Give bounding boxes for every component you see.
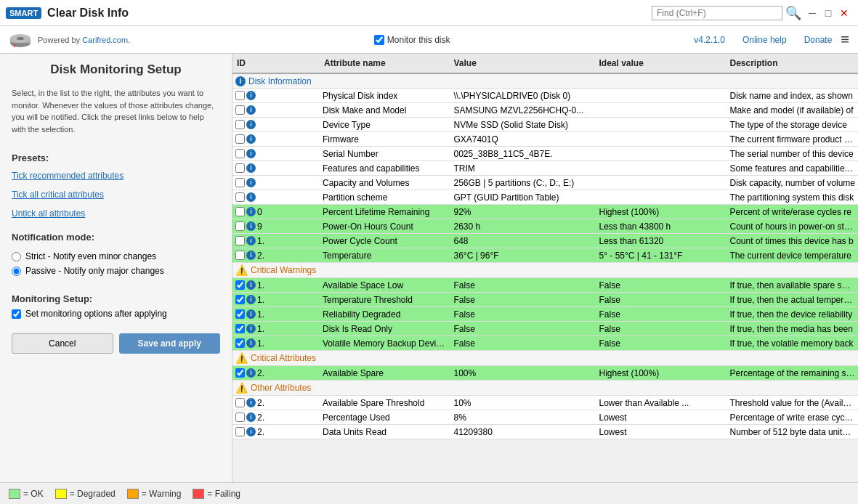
row-info-icon[interactable]: i bbox=[246, 163, 256, 173]
row-info-icon[interactable]: i bbox=[246, 427, 256, 436]
table-row: i9Power-On Hours Count2630 hLess than 43… bbox=[232, 219, 858, 234]
carifred-link[interactable]: Carifred.com bbox=[82, 36, 128, 44]
row-checkbox[interactable] bbox=[235, 236, 245, 245]
row-info-icon[interactable]: i bbox=[246, 221, 256, 231]
info-icon: i bbox=[235, 76, 246, 86]
row-name-cell: Percent Lifetime Remaining bbox=[320, 206, 451, 219]
row-checkbox[interactable] bbox=[235, 412, 245, 422]
row-id-cell: i bbox=[232, 89, 320, 102]
online-help-link[interactable]: Online help bbox=[742, 35, 787, 45]
row-info-icon[interactable]: i bbox=[246, 236, 256, 245]
row-checkbox[interactable] bbox=[235, 398, 245, 407]
row-id-text: 1. bbox=[257, 236, 264, 246]
row-info-icon[interactable]: i bbox=[246, 324, 256, 333]
row-id-cell: i1. bbox=[232, 337, 320, 350]
row-checkbox[interactable] bbox=[235, 149, 245, 158]
close-button[interactable]: ✕ bbox=[836, 5, 852, 21]
row-info-icon[interactable]: i bbox=[246, 280, 256, 290]
row-checkbox[interactable] bbox=[235, 368, 245, 378]
table-body[interactable]: i Disk InformationiPhysical Disk index\\… bbox=[232, 74, 858, 482]
row-checkbox[interactable] bbox=[235, 207, 245, 216]
row-checkbox[interactable] bbox=[235, 309, 245, 319]
table-row: i1.Available Space LowFalseFalseIf true,… bbox=[232, 278, 858, 293]
table-header: ID Attribute name Value Ideal value Desc… bbox=[232, 54, 858, 74]
row-value-cell: False bbox=[451, 322, 596, 336]
row-info-icon[interactable]: i bbox=[246, 251, 256, 260]
row-desc-cell: Percent of write/erase cycles re bbox=[727, 206, 859, 219]
row-checkbox[interactable] bbox=[235, 134, 245, 144]
cancel-button[interactable]: Cancel bbox=[12, 333, 113, 354]
row-checkbox[interactable] bbox=[235, 427, 245, 436]
table-row: i1.Temperature ThresholdFalseFalseIf tru… bbox=[232, 293, 858, 307]
row-id-cell: i bbox=[232, 133, 320, 145]
row-value-cell: False bbox=[451, 279, 596, 292]
section-header-row: i Disk Information bbox=[232, 74, 858, 89]
row-id-cell: i bbox=[232, 118, 320, 131]
row-checkbox[interactable] bbox=[235, 251, 245, 260]
row-info-icon[interactable]: i bbox=[246, 309, 256, 319]
row-info-icon[interactable]: i bbox=[246, 398, 256, 407]
set-monitoring-check[interactable]: Set monitoring options after applying bbox=[12, 309, 220, 319]
version-link[interactable]: v4.2.1.0 bbox=[694, 35, 725, 45]
row-checkbox[interactable] bbox=[235, 91, 245, 100]
row-info-icon[interactable]: i bbox=[246, 149, 256, 158]
row-info-icon[interactable]: i bbox=[246, 295, 256, 304]
row-checkbox[interactable] bbox=[235, 192, 245, 202]
row-checkbox[interactable] bbox=[235, 324, 245, 333]
row-info-icon[interactable]: i bbox=[246, 178, 256, 187]
find-input[interactable] bbox=[652, 6, 782, 20]
row-info-icon[interactable]: i bbox=[246, 105, 256, 115]
preset-recommended-link[interactable]: Tick recommended attributes bbox=[12, 171, 220, 181]
row-checkbox[interactable] bbox=[235, 338, 245, 348]
row-name-cell: Percentage Used bbox=[320, 411, 451, 424]
row-info-icon[interactable]: i bbox=[246, 412, 256, 422]
legend-ok-label: = OK bbox=[23, 489, 44, 499]
row-value-cell: 36°C | 96°F bbox=[451, 249, 596, 262]
set-monitoring-input[interactable] bbox=[12, 309, 21, 319]
svg-point-4 bbox=[13, 44, 16, 47]
row-ideal-cell: False bbox=[596, 293, 727, 306]
row-ideal-cell bbox=[596, 138, 727, 141]
row-checkbox[interactable] bbox=[235, 178, 245, 187]
app-title: Clear Disk Info bbox=[47, 7, 652, 20]
row-value-cell: TRIM bbox=[451, 162, 596, 175]
save-apply-button[interactable]: Save and apply bbox=[119, 333, 221, 354]
radio-strict-input[interactable] bbox=[12, 252, 21, 261]
row-info-icon[interactable]: i bbox=[246, 207, 256, 216]
row-info-icon[interactable]: i bbox=[246, 368, 256, 378]
row-info-icon[interactable]: i bbox=[246, 120, 256, 129]
row-value-cell: NVMe SSD (Solid State Disk) bbox=[451, 118, 596, 131]
row-checkbox[interactable] bbox=[235, 120, 245, 129]
row-checkbox[interactable] bbox=[235, 105, 245, 115]
row-ideal-cell: False bbox=[596, 322, 727, 336]
row-checkbox[interactable] bbox=[235, 163, 245, 173]
radio-passive[interactable]: Passive - Notify only major changes bbox=[12, 266, 220, 276]
donate-link[interactable]: Donate bbox=[804, 35, 833, 45]
row-checkbox[interactable] bbox=[235, 295, 245, 304]
col-ideal: Ideal value bbox=[596, 57, 727, 70]
legend-degraded-label: = Degraded bbox=[70, 489, 116, 499]
radio-strict[interactable]: Strict - Notify even minor changes bbox=[12, 251, 220, 261]
notification-label: Notification mode: bbox=[12, 232, 220, 243]
radio-passive-input[interactable] bbox=[12, 267, 21, 276]
row-checkbox[interactable] bbox=[235, 221, 245, 231]
row-info-icon[interactable]: i bbox=[246, 192, 256, 202]
preset-untick-link[interactable]: Untick all attributes bbox=[12, 208, 220, 219]
hamburger-menu[interactable]: ≡ bbox=[841, 31, 849, 48]
svg-point-3 bbox=[17, 37, 24, 40]
search-icon[interactable]: 🔍 bbox=[785, 5, 801, 21]
preset-critical-link[interactable]: Tick all critical attributes bbox=[12, 190, 220, 200]
row-ideal-cell: Highest (100%) bbox=[596, 367, 727, 380]
row-info-icon[interactable]: i bbox=[246, 338, 256, 348]
row-id-cell: i9 bbox=[232, 220, 320, 233]
row-info-icon[interactable]: i bbox=[246, 91, 256, 100]
row-id-cell: i2. bbox=[232, 426, 320, 439]
row-value-cell: 100% bbox=[451, 367, 596, 380]
monitor-checkbox[interactable] bbox=[374, 35, 384, 45]
maximize-button[interactable]: □ bbox=[820, 5, 836, 21]
row-info-icon[interactable]: i bbox=[246, 134, 256, 144]
legend-warning-box bbox=[127, 489, 139, 499]
row-checkbox[interactable] bbox=[235, 280, 245, 290]
row-desc-cell: Percentage of the remaining spa bbox=[727, 367, 859, 380]
minimize-button[interactable]: ─ bbox=[804, 5, 820, 21]
